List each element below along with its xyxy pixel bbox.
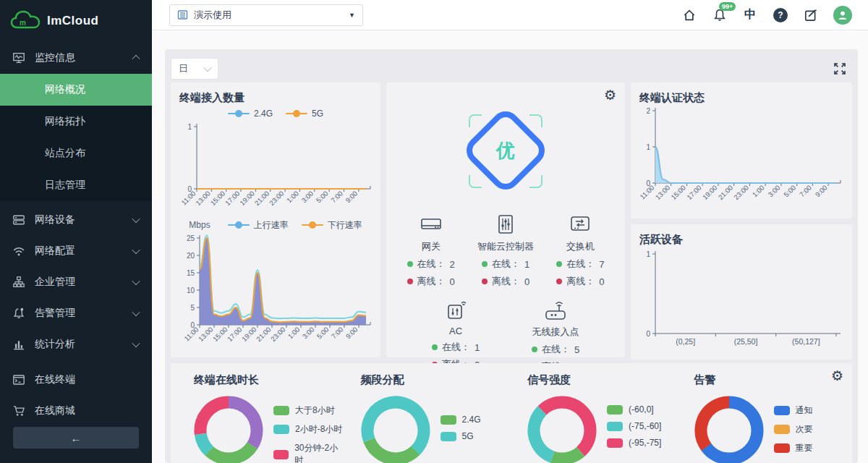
person-icon bbox=[837, 9, 848, 21]
legend-item-downlink[interactable]: 下行速率 bbox=[302, 219, 362, 232]
sidebar-item-monitor-info[interactable]: 监控信息 bbox=[0, 42, 152, 74]
sidebar-item-label: 网络配置 bbox=[35, 245, 133, 258]
device-name: 交换机 bbox=[566, 240, 595, 253]
section-title: 信号强度 bbox=[527, 373, 678, 387]
logo[interactable]: m ImCloud bbox=[0, 0, 152, 42]
monitor-icon bbox=[13, 52, 25, 64]
online-dot bbox=[432, 344, 438, 350]
svg-text:5:00: 5:00 bbox=[315, 326, 331, 341]
legend-item[interactable]: (-60,0] bbox=[607, 404, 661, 415]
help-button[interactable]: ? bbox=[773, 7, 788, 23]
svg-text:(0,25]: (0,25] bbox=[676, 337, 695, 346]
sub-item-label: 网络拓扑 bbox=[45, 115, 85, 128]
svg-text:5:00: 5:00 bbox=[315, 190, 330, 205]
header-actions: 99+ 中 ? bbox=[681, 6, 852, 25]
svg-text:17:00: 17:00 bbox=[224, 190, 242, 208]
legend-item-24g[interactable]: 2.4G bbox=[228, 109, 273, 119]
svg-text:17:00: 17:00 bbox=[685, 184, 703, 202]
terminal-icon bbox=[13, 374, 25, 386]
user-avatar[interactable] bbox=[833, 6, 852, 25]
dashboard: m ImCloud 监控信息 网络概况 网络拓扑 站点分布 日志管理 网络设备 … bbox=[0, 0, 868, 463]
home-button[interactable] bbox=[681, 7, 697, 23]
feedback-button[interactable] bbox=[803, 7, 819, 23]
toolbar: 日 bbox=[171, 55, 852, 82]
svg-text:21:00: 21:00 bbox=[253, 190, 271, 208]
legend-label: 5G bbox=[462, 431, 474, 441]
band-allocation-donut bbox=[361, 396, 430, 463]
edit-note-icon bbox=[804, 9, 817, 22]
device-row: 网关 在线：2 离线：0 智能云控制器 在线：1 离线：0 交换机 bbox=[393, 214, 618, 288]
sidebar-submenu: 网络概况 网络拓扑 站点分布 日志管理 bbox=[0, 74, 152, 201]
fullscreen-button[interactable] bbox=[833, 62, 846, 75]
legend-label: 大于8小时 bbox=[295, 404, 335, 417]
legend-item[interactable]: 通知 bbox=[774, 404, 813, 417]
online-dot bbox=[407, 261, 413, 267]
fullscreen-icon bbox=[833, 62, 846, 75]
svg-text:13:00: 13:00 bbox=[194, 190, 212, 208]
legend-item[interactable]: (-75,-60] bbox=[607, 421, 661, 431]
legend-item[interactable]: 重要 bbox=[774, 442, 813, 454]
svg-text:3:00: 3:00 bbox=[766, 184, 781, 199]
chevron-down-icon bbox=[132, 307, 140, 315]
settings-gear-icon[interactable]: ⚙ bbox=[831, 369, 843, 383]
sidebar-item-online-store[interactable]: 在线商城 bbox=[0, 395, 152, 426]
legend-label: 重要 bbox=[796, 442, 813, 454]
legend-swatch bbox=[774, 406, 790, 415]
device-name: 智能云控制器 bbox=[477, 240, 534, 253]
language-button[interactable]: 中 bbox=[742, 7, 758, 23]
section-title: 频段分配 bbox=[361, 373, 512, 387]
card-title: 活跃设备 bbox=[639, 233, 843, 247]
card-title: 终端认证状态 bbox=[639, 91, 843, 105]
cloud-logo-icon: m bbox=[10, 10, 41, 32]
donut-legend: 2.4G 5G bbox=[441, 415, 481, 441]
health-grade-widget: 优 bbox=[451, 95, 560, 205]
legend-swatch bbox=[273, 406, 289, 415]
sidebar-item-online-terminals[interactable]: 在线终端 bbox=[0, 364, 152, 395]
legend-swatch bbox=[774, 443, 790, 453]
legend-label: (-95,-75] bbox=[629, 438, 661, 448]
settings-gear-icon[interactable]: ⚙ bbox=[604, 88, 616, 102]
svg-text:m: m bbox=[20, 19, 26, 27]
card-wireless-stats: ⚙ 终端在线时长 大于8小时 2小时-8小时 30分钟-2小时 频段分配 bbox=[171, 363, 852, 463]
sidebar-item-statistics[interactable]: 统计分析 bbox=[0, 328, 152, 360]
legend-item[interactable]: 大于8小时 bbox=[273, 404, 345, 417]
legend-item[interactable]: (-95,-75] bbox=[607, 438, 661, 448]
org-selector[interactable]: 演示使用 ▼ bbox=[169, 4, 363, 26]
legend-item[interactable]: 30分钟-2小时 bbox=[273, 442, 345, 463]
svg-text:25: 25 bbox=[187, 234, 195, 242]
notifications-button[interactable]: 99+ bbox=[712, 7, 728, 23]
svg-text:1: 1 bbox=[187, 123, 192, 131]
sidebar-item-network-devices[interactable]: 网络设备 bbox=[0, 204, 152, 235]
svg-text:1: 1 bbox=[646, 143, 650, 151]
sidebar-item-enterprise-mgmt[interactable]: 企业管理 bbox=[0, 266, 152, 297]
cart-icon bbox=[13, 405, 25, 417]
main-content: 日 终端接入数量 bbox=[152, 30, 868, 463]
legend-item-uplink[interactable]: 上行速率 bbox=[228, 219, 289, 232]
sidebar-item-log-management[interactable]: 日志管理 bbox=[0, 169, 152, 201]
legend-item[interactable]: 次要 bbox=[774, 423, 813, 436]
sidebar-collapse-button[interactable]: ← bbox=[13, 427, 139, 449]
server-icon bbox=[13, 214, 25, 226]
device-name: AC bbox=[449, 326, 462, 336]
legend-item[interactable]: 5G bbox=[441, 431, 481, 441]
org-icon bbox=[177, 9, 188, 20]
legend-item[interactable]: 2小时-8小时 bbox=[273, 423, 345, 436]
legend-item-5g[interactable]: 5G bbox=[286, 109, 323, 119]
offline-dot bbox=[407, 279, 413, 284]
device-ac: AC 在线：1 离线：0 bbox=[418, 298, 493, 373]
sidebar-item-label: 在线商城 bbox=[35, 404, 139, 417]
period-selector[interactable]: 日 bbox=[171, 58, 218, 80]
legend-item[interactable]: 2.4G bbox=[441, 415, 481, 425]
logo-text: ImCloud bbox=[47, 14, 99, 28]
offline-dot bbox=[556, 279, 562, 284]
legend-label: 通知 bbox=[796, 404, 813, 417]
svg-text:1:00: 1:00 bbox=[285, 190, 300, 205]
sidebar-item-site-distribution[interactable]: 站点分布 bbox=[0, 137, 152, 169]
sidebar-item-network-config[interactable]: 网络配置 bbox=[0, 235, 152, 266]
sidebar-item-network-topology[interactable]: 网络拓扑 bbox=[0, 106, 152, 137]
sidebar-item-network-overview[interactable]: 网络概况 bbox=[0, 74, 152, 106]
svg-text:2: 2 bbox=[646, 107, 650, 115]
online-dot bbox=[556, 261, 562, 267]
legend-swatch bbox=[607, 405, 623, 415]
sidebar-item-alarm-mgmt[interactable]: 告警管理 bbox=[0, 297, 152, 328]
